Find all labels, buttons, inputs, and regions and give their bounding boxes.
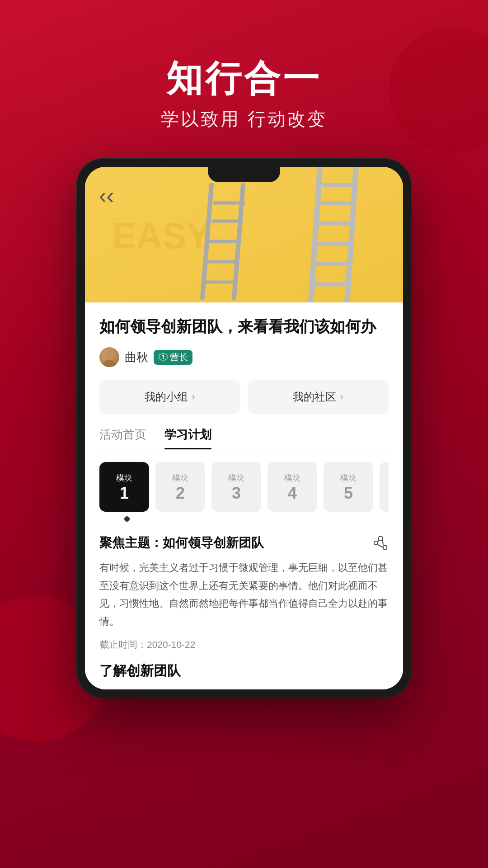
svg-line-26 <box>382 538 383 545</box>
tab-study-plan[interactable]: 学习计划 <box>164 427 211 449</box>
focus-title: 聚焦主题：如何领导创新团队 <box>99 534 264 552</box>
svg-point-18 <box>105 350 113 359</box>
author-avatar <box>99 347 119 367</box>
back-arrow-icon: ‹ <box>106 182 114 209</box>
phone-mockup: ‹ <box>77 159 411 698</box>
module-5-number: 5 <box>344 485 353 501</box>
my-community-arrow: › <box>340 391 343 403</box>
module-3-number: 3 <box>232 485 241 501</box>
svg-point-19 <box>103 360 116 367</box>
share-icon <box>373 536 388 550</box>
badge-shield-icon <box>158 352 168 362</box>
pagination-dots <box>99 516 389 522</box>
phone-wrapper: ‹ <box>0 159 488 698</box>
active-dot <box>124 516 130 522</box>
understand-title: 了解创新团队 <box>99 662 389 680</box>
module-card-3[interactable]: 模块 3 <box>211 462 261 512</box>
module-2-number: 2 <box>176 485 185 501</box>
svg-rect-22 <box>379 537 382 540</box>
tabs-row: 活动首页 学习计划 <box>99 427 389 449</box>
author-name: 曲秋 <box>125 349 148 365</box>
module-4-number: 4 <box>288 485 297 501</box>
hero-image: ‹ <box>85 167 403 302</box>
module-card-1[interactable]: 模块 1 <box>99 462 149 512</box>
author-row: 曲秋 营长 <box>99 347 389 367</box>
my-group-label: 我的小组 <box>145 390 188 404</box>
svg-rect-23 <box>374 541 378 545</box>
svg-line-25 <box>378 538 379 543</box>
focus-header: 聚焦主题：如何领导创新团队 <box>99 534 389 552</box>
module-1-number: 1 <box>120 485 129 501</box>
module-5-label: 模块 <box>340 472 357 483</box>
avatar-image <box>99 347 119 367</box>
module-2-label: 模块 <box>172 472 188 483</box>
my-group-button[interactable]: 我的小组 › <box>99 380 240 414</box>
main-title: 知行合一 <box>0 59 488 99</box>
hero-ladder-illustration: EASY <box>85 167 403 302</box>
phone-screen: ‹ <box>85 167 403 689</box>
svg-text:EASY: EASY <box>112 216 211 256</box>
svg-rect-24 <box>383 546 387 549</box>
article-title: 如何领导创新团队，来看看我们该如何办 <box>99 315 389 338</box>
deadline-row: 截止时间：2020-10-22 <box>99 638 389 651</box>
my-group-arrow: › <box>192 391 195 403</box>
phone-notch <box>208 167 280 182</box>
tab-activity-home[interactable]: 活动首页 <box>99 427 146 449</box>
author-badge: 营长 <box>154 350 192 365</box>
badge-label: 营长 <box>170 351 188 363</box>
module-card-4[interactable]: 模块 4 <box>267 462 317 512</box>
module-card-ending[interactable]: 结营 <box>380 462 389 512</box>
my-community-button[interactable]: 我的社区 › <box>248 380 389 414</box>
module-4-label: 模块 <box>284 472 300 483</box>
content-area: 如何领导创新团队，来看看我们该如何办 曲秋 <box>85 302 403 689</box>
svg-line-27 <box>378 545 383 547</box>
share-button[interactable] <box>372 535 389 551</box>
my-community-label: 我的社区 <box>293 390 336 404</box>
module-card-5[interactable]: 模块 5 <box>324 462 373 512</box>
avatar-person-icon <box>99 347 119 367</box>
nav-buttons-row: 我的小组 › 我的社区 › <box>99 380 389 414</box>
modules-row: 模块 1 模块 2 模块 3 模块 4 <box>99 462 389 512</box>
module-card-2[interactable]: 模块 2 <box>155 462 205 512</box>
header-area: 知行合一 学以致用 行动改变 <box>0 0 488 159</box>
main-subtitle: 学以致用 行动改变 <box>0 107 488 132</box>
focus-section: 聚焦主题：如何领导创新团队 有时候，完美主 <box>99 534 389 689</box>
back-button[interactable]: ‹ <box>98 187 116 205</box>
focus-body-text: 有时候，完美主义者过于习惯于微观管理，事无巨细，以至他们甚至没有意识到这个世界上… <box>99 559 389 630</box>
module-1-label: 模块 <box>116 472 132 483</box>
module-3-label: 模块 <box>228 472 244 483</box>
